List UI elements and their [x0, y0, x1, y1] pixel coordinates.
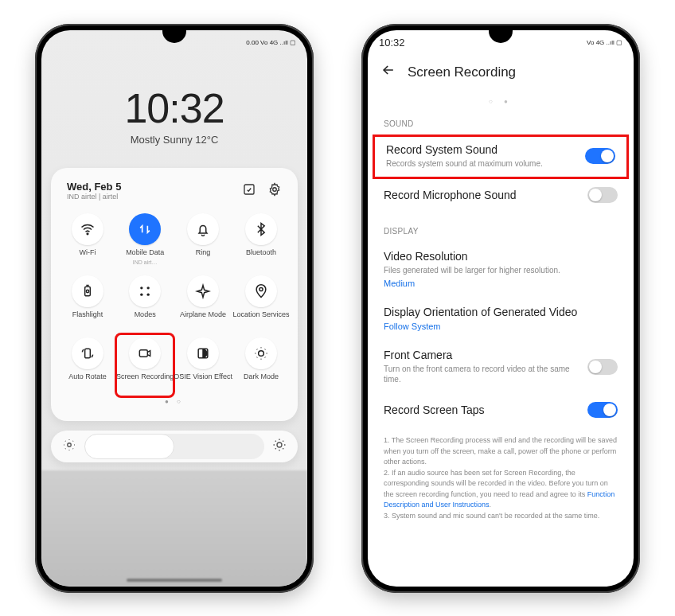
settings-title: Screen Recording — [408, 64, 516, 80]
record-mic-sound-toggle[interactable] — [587, 187, 618, 203]
modes-icon — [129, 275, 161, 307]
tile-dark-mode[interactable]: Dark Mode — [232, 334, 290, 396]
svg-point-4 — [86, 290, 88, 292]
tile-label: Modes — [135, 310, 156, 318]
brightness-slider[interactable] — [51, 431, 298, 462]
tile-sublabel: IND airt… — [133, 259, 158, 265]
edit-icon[interactable] — [242, 182, 256, 200]
svg-point-15 — [277, 443, 282, 447]
section-sound-label: SOUND — [368, 105, 634, 135]
weather-text: Mostly Sunny 12°C — [41, 134, 307, 146]
settings-gear-icon[interactable] — [267, 182, 282, 200]
tile-wifi[interactable]: Wi-Fi — [59, 210, 116, 272]
status-indicators: 0.00 Vo 4G ..ıll ▢ — [246, 39, 296, 46]
tile-label: Dark Mode — [244, 372, 279, 380]
tile-modes[interactable]: Modes — [116, 272, 174, 334]
display-orientation-value: Follow System — [384, 322, 618, 331]
dark-icon — [245, 337, 277, 369]
status-indicators: Vo 4G ..ıll ▢ — [587, 39, 622, 46]
footnote-1: 1. The Screen Recording process will end… — [384, 435, 618, 468]
tile-location[interactable]: Location Services — [232, 272, 290, 334]
record-screen-taps-toggle[interactable] — [587, 402, 618, 418]
tile-ring[interactable]: Ring — [174, 210, 232, 272]
tile-label: Screen Recording — [116, 372, 174, 380]
video-resolution-title: Video Resolution — [384, 250, 618, 263]
location-icon — [245, 275, 277, 307]
brightness-high-icon — [272, 438, 287, 455]
video-resolution-value: Medium — [384, 279, 618, 288]
record-system-sound-row[interactable]: Record System Sound Records system sound… — [373, 135, 629, 179]
tile-label: Bluetooth — [246, 248, 276, 256]
record-mic-sound-row[interactable]: Record Microphone Sound — [368, 179, 634, 212]
wifi-icon — [72, 213, 103, 245]
tile-label: Auto Rotate — [68, 372, 107, 380]
brightness-low-icon — [62, 438, 76, 455]
contrast-icon — [187, 337, 219, 369]
bluetooth-icon — [245, 213, 277, 245]
camera-icon — [129, 337, 161, 369]
status-time: 10:32 — [379, 37, 405, 49]
tile-auto-rotate[interactable]: Auto Rotate — [59, 334, 116, 396]
record-system-sound-toggle[interactable] — [585, 148, 615, 164]
rotate-icon — [72, 337, 103, 369]
svg-point-6 — [147, 287, 150, 289]
brightness-track[interactable] — [84, 434, 264, 459]
tile-mobile-data[interactable]: Mobile DataIND airt… — [116, 210, 174, 272]
record-system-sound-title: Record System Sound — [386, 143, 543, 156]
svg-point-2 — [87, 233, 88, 235]
front-camera-row[interactable]: Front Camera Turn on the front camera to… — [368, 341, 634, 394]
tile-flashlight[interactable]: Flashlight — [59, 272, 116, 334]
tile-label: OSIE Vision Effect — [174, 372, 232, 380]
svg-rect-10 — [85, 349, 91, 358]
svg-point-8 — [147, 294, 150, 296]
phone-frame-right: 10:32 Vo 4G ..ıll ▢ Screen Recording ○ ●… — [361, 24, 640, 593]
display-orientation-row[interactable]: Display Orientation of Generated Video F… — [368, 298, 634, 341]
phone-left-screen: 0.00 Vo 4G ..ıll ▢ 10:32 Mostly Sunny 12… — [41, 30, 307, 587]
panel-carrier: IND airtel | airtel — [67, 193, 121, 201]
panel-date: Wed, Feb 5 — [67, 181, 121, 193]
tile-osie[interactable]: OSIE Vision Effect — [174, 334, 232, 396]
tile-label: Mobile Data — [126, 248, 164, 256]
tile-label: Ring — [196, 248, 211, 256]
tile-airplane[interactable]: Airplane Mode — [174, 272, 232, 334]
settings-header: Screen Recording — [368, 54, 634, 90]
footnote-2: 2. If an audio source has been set for S… — [384, 468, 618, 511]
footnotes: 1. The Screen Recording process will end… — [368, 427, 634, 537]
quick-settings-grid: Wi-FiMobile DataIND airt…RingBluetoothFl… — [59, 210, 290, 396]
blurred-home-background — [41, 470, 307, 587]
record-screen-taps-row[interactable]: Record Screen Taps — [368, 394, 634, 427]
page-dots: ● ○ — [59, 396, 290, 411]
svg-point-9 — [259, 287, 263, 290]
record-screen-taps-title: Record Screen Taps — [384, 404, 578, 416]
video-resolution-sub: Files generated will be larger for highe… — [384, 265, 618, 275]
svg-point-7 — [140, 294, 142, 296]
bell-icon — [187, 213, 219, 245]
back-icon[interactable] — [380, 62, 396, 82]
section-display-label: DISPLAY — [368, 212, 634, 242]
clock-time: 10:32 — [41, 84, 307, 132]
tile-label: Wi-Fi — [80, 248, 96, 256]
svg-point-14 — [68, 443, 72, 447]
record-mic-sound-title: Record Microphone Sound — [384, 189, 578, 201]
tile-screen-rec[interactable]: Screen Recording — [116, 334, 174, 396]
tile-label: Flashlight — [72, 310, 103, 318]
record-system-sound-sub: Records system sound at maximum volume. — [386, 158, 543, 169]
front-camera-title: Front Camera — [384, 349, 578, 361]
flash-icon — [72, 275, 103, 307]
svg-rect-0 — [244, 185, 254, 194]
tile-bluetooth[interactable]: Bluetooth — [232, 210, 290, 272]
tile-label: Location Services — [232, 310, 289, 318]
svg-point-5 — [140, 287, 142, 289]
airplane-icon — [187, 275, 219, 307]
home-indicator[interactable] — [127, 579, 222, 582]
video-resolution-row[interactable]: Video Resolution Files generated will be… — [368, 242, 634, 298]
front-camera-toggle[interactable] — [587, 359, 618, 375]
display-orientation-title: Display Orientation of Generated Video — [384, 306, 618, 318]
svg-rect-11 — [139, 350, 147, 357]
phone-frame-left: 0.00 Vo 4G ..ıll ▢ 10:32 Mostly Sunny 12… — [35, 24, 314, 593]
tile-label: Airplane Mode — [180, 310, 226, 318]
svg-point-1 — [273, 187, 277, 191]
front-camera-sub: Turn on the front camera to record video… — [384, 364, 578, 384]
quick-settings-panel: Wed, Feb 5 IND airtel | airtel Wi-FiMobi… — [51, 168, 298, 421]
page-indicator-dots: ○ ● — [368, 95, 634, 105]
